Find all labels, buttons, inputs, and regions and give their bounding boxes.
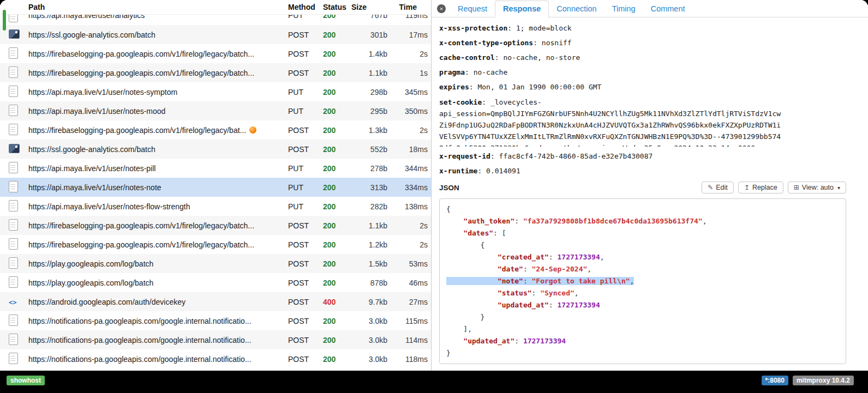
flow-path: https://play.googleapis.com/log/batch [28,279,288,287]
flow-icon-cell [9,181,28,194]
flow-method: POST [288,259,323,268]
tab-comment[interactable]: Comment [643,1,693,17]
header-value-line: api_session=QmpBQlJIYmFGZGNrbUF5Nnh4U2NC… [439,108,868,119]
flow-path: https://api.maya.live/v1/user/notes-symp… [28,88,288,96]
flow-row[interactable]: https://firebaselogging-pa.googleapis.co… [0,235,431,254]
flow-row[interactable]: https://firebaselogging-pa.googleapis.co… [0,120,431,140]
flow-row[interactable]: https://ssl.google-analytics.com/batchPO… [0,25,431,44]
detail-scroll-area[interactable]: x-xss-protection: 1; mode=blockx-content… [432,17,868,371]
tab-response[interactable]: Response [495,1,549,17]
flow-method: POST [288,69,323,77]
flow-method: POST [288,240,323,249]
flow-icon-cell [9,15,28,24]
flow-row[interactable]: https://api.maya.live/user/analyticsPUT2… [0,15,431,25]
column-header-size[interactable]: Size [351,3,387,11]
flow-row[interactable]: https://api.maya.live/v1/user/notes-symp… [0,82,431,101]
flow-row[interactable]: https://firebaselogging-pa.googleapis.co… [0,44,431,63]
tab-request[interactable]: Request [450,1,495,17]
flow-row[interactable]: https://firebaselogging-pa.googleapis.co… [0,216,431,235]
flow-row[interactable]: https://ssl.google-analytics.com/batchPO… [0,140,431,159]
column-header-status[interactable]: Status [323,3,351,11]
flow-icon-cell [9,144,28,155]
flow-row[interactable]: https://firebaselogging-pa.googleapis.co… [0,63,431,82]
flow-size: 1.2kb [351,240,387,249]
flow-path: https://notifications-pa.googleapis.com/… [28,336,288,344]
flow-path: https://firebaselogging-pa.googleapis.co… [28,69,288,77]
flow-method: POST [288,355,323,364]
flow-row[interactable]: https://notifications-pa.googleapis.com/… [0,330,431,349]
header-value: ffac8cf4-742b-4860-85ad-e32e7b430087 [499,152,653,160]
flow-row[interactable]: https://play.googleapis.com/log/batchPOS… [0,273,431,292]
flow-method: PUT [288,107,323,116]
flow-status: 200 [323,240,351,249]
flow-row[interactable]: https://play.googleapis.com/log/batchPOS… [0,254,431,273]
header-line-x-content-type-options: x-content-type-options: nosniff [439,38,868,48]
flow-time: 114ms [387,336,428,344]
flow-method: PUT [288,183,323,192]
header-name: x-xss-protection [439,24,507,32]
flow-path: https://firebaselogging-pa.googleapis.co… [28,240,288,249]
column-header-path[interactable]: Path [28,3,288,11]
flow-icon-cell [9,334,28,347]
flow-size: 1.1kb [351,69,387,77]
flow-row[interactable]: https://notifications-pa.googleapis.com/… [0,311,431,330]
flow-method: PUT [288,164,323,173]
json-body[interactable]: { "auth_token": "fa37a7929808bf1b8dce67b… [439,198,846,364]
flow-status: 200 [323,15,351,20]
replace-button[interactable]: ↥Replace [738,182,783,194]
flow-row[interactable]: https://api.maya.live/v1/user/notes-note… [0,178,431,197]
document-icon [9,257,18,269]
body-section-header: JSON ✎Edit↥Replace⊞View: auto▾ [439,182,846,194]
marked-flow-indicator [3,10,6,31]
flow-row[interactable]: https://api.maya.live/v1/user/notes-mood… [0,101,431,120]
flow-time: 53ms [387,259,428,268]
flow-size: 552b [351,145,387,154]
flow-row[interactable]: https://notifications-pa.googleapis.com/… [0,349,431,368]
json-line: ], [446,323,839,335]
flow-method: PUT [288,88,323,96]
flow-row[interactable]: <>https://android.googleapis.com/auth/de… [0,292,431,311]
flow-icon-cell [9,124,28,137]
flow-status: 200 [323,259,351,268]
flow-status: 200 [323,145,351,154]
json-line: "date": "24-Sep-2024", [446,263,839,275]
flow-size: 3.0kb [351,355,387,364]
caret-down-icon: ▾ [837,185,840,191]
header-value: _lovecycles- [490,98,542,106]
column-header-time[interactable]: Time [387,3,428,11]
flow-row[interactable]: https://api.maya.live/v1/user/notes-flow… [0,197,431,216]
document-icon [9,86,18,97]
flow-status: 200 [323,164,351,173]
image-icon [9,144,20,153]
view-mode-button[interactable]: ⊞View: auto▾ [788,182,846,194]
flow-method: POST [288,298,323,306]
document-icon [9,162,18,173]
flow-row[interactable]: https://api.maya.live/v1/user/notes-pill… [0,159,431,178]
edit-icon: ✎ [708,184,713,191]
flow-path: https://api.maya.live/user/analytics [28,15,288,20]
flow-time: 138ms [387,202,428,211]
json-line: "status": "Synced", [446,287,839,299]
flow-path: https://firebaselogging-pa.googleapis.co… [28,221,288,230]
close-detail-icon[interactable]: × [437,4,446,13]
tab-timing[interactable]: Timing [604,1,643,17]
orange-marker-icon [249,126,256,134]
flow-status: 200 [323,183,351,192]
flow-method: POST [288,317,323,325]
flow-size: 278b [351,164,387,173]
column-header-method[interactable]: Method [288,3,323,11]
document-icon [9,353,18,364]
document-icon [9,238,18,250]
header-line-x-xss-protection: x-xss-protection: 1; mode=block [439,23,868,33]
flow-size: 313b [351,183,387,192]
flow-size: 878b [351,279,387,287]
json-line: } [446,311,839,323]
flow-table-body[interactable]: https://api.maya.live/user/analyticsPUT2… [0,15,431,371]
listen-address-badge: *:8080 [762,376,788,385]
json-line: "updated_at": 1727173394 [446,335,839,347]
flow-size: 295b [351,107,387,116]
header-name: cache-control [439,53,495,62]
flow-time: 1s [387,69,428,77]
edit-button[interactable]: ✎Edit [702,182,734,194]
tab-connection[interactable]: Connection [549,1,604,17]
